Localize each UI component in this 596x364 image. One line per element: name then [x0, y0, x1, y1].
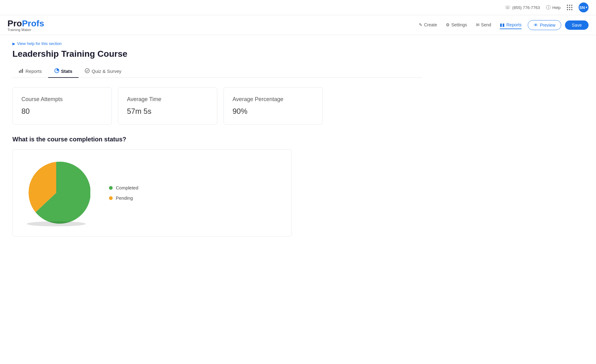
- tab-stats-icon: [54, 68, 59, 74]
- tab-quiz-icon: [85, 68, 90, 74]
- send-icon: ✉: [476, 22, 480, 27]
- avgtime-value: 57m 5s: [127, 107, 208, 116]
- pending-label: Pending: [116, 195, 133, 201]
- help-link[interactable]: ▶ View help for this section: [12, 41, 422, 46]
- user-avatar[interactable]: SN ▼: [579, 2, 589, 12]
- legend-pending: Pending: [109, 195, 138, 201]
- logo-profs: Profs: [22, 19, 44, 29]
- eye-icon: 👁: [534, 23, 538, 28]
- avgpct-label: Average Percentage: [233, 96, 314, 103]
- pie-chart: [22, 159, 90, 227]
- create-icon: ✎: [419, 22, 422, 27]
- sub-tabs: Reports Stats Quiz & Survey: [12, 65, 422, 78]
- nav-links: ✎ Create ⚙ Settings ✉ Send ▮▮ Reports: [419, 21, 522, 29]
- stat-card-attempts: Course Attempts 80: [12, 87, 112, 125]
- phone-number: (855) 776-7763: [512, 5, 540, 10]
- reports-icon: ▮▮: [500, 22, 505, 27]
- tab-stats[interactable]: Stats: [48, 65, 79, 78]
- phone-item[interactable]: ☏ (855) 776-7763: [505, 5, 540, 10]
- nav-create[interactable]: ✎ Create: [419, 21, 437, 29]
- logo[interactable]: Pro Profs Training Maker: [7, 19, 44, 32]
- tab-reports[interactable]: Reports: [12, 65, 48, 78]
- attempts-value: 80: [21, 107, 103, 116]
- tab-reports-label: Reports: [25, 69, 42, 74]
- nav-actions: 👁 Preview Save: [528, 20, 589, 30]
- tab-stats-label: Stats: [61, 69, 73, 74]
- help-label: Help: [552, 5, 561, 10]
- phone-icon: ☏: [505, 5, 511, 10]
- avatar-dropdown-icon: ▼: [585, 6, 588, 9]
- stat-card-avgtime: Average Time 57m 5s: [118, 87, 217, 125]
- tab-quiz[interactable]: Quiz & Survey: [79, 65, 128, 78]
- top-bar: ☏ (855) 776-7763 ⓘ Help SN ▼: [0, 0, 596, 15]
- preview-button[interactable]: 👁 Preview: [528, 20, 561, 30]
- chart-legend: Completed Pending: [109, 185, 138, 201]
- completed-label: Completed: [116, 185, 138, 190]
- main-nav: Pro Profs Training Maker ✎ Create ⚙ Sett…: [0, 15, 596, 35]
- apps-grid-icon[interactable]: [567, 5, 572, 10]
- logo-area: Pro Profs Training Maker: [7, 19, 419, 32]
- nav-settings[interactable]: ⚙ Settings: [446, 21, 467, 29]
- settings-icon: ⚙: [446, 22, 450, 27]
- help-item[interactable]: ⓘ Help: [546, 5, 561, 11]
- save-button[interactable]: Save: [565, 20, 589, 30]
- nav-reports[interactable]: ▮▮ Reports: [500, 21, 522, 29]
- help-link-text: View help for this section: [17, 41, 62, 46]
- completed-dot: [109, 186, 113, 190]
- avgtime-label: Average Time: [127, 96, 208, 103]
- stat-cards: Course Attempts 80 Average Time 57m 5s A…: [12, 87, 422, 125]
- chart-title: What is the course completion status?: [12, 136, 422, 143]
- logo-pro: Pro: [7, 19, 22, 29]
- svg-point-6: [27, 221, 86, 226]
- content-area: ▶ View help for this section Leadership …: [0, 35, 435, 249]
- page-title: Leadership Training Course: [12, 49, 422, 59]
- legend-completed: Completed: [109, 185, 138, 190]
- help-video-icon: ▶: [12, 42, 15, 46]
- nav-send[interactable]: ✉ Send: [476, 21, 491, 29]
- svg-rect-2: [22, 69, 23, 73]
- svg-rect-1: [20, 70, 21, 73]
- svg-point-5: [85, 69, 89, 73]
- help-icon: ⓘ: [546, 5, 551, 11]
- logo-subtitle: Training Maker: [7, 28, 31, 32]
- avgpct-value: 90%: [233, 107, 314, 116]
- attempts-label: Course Attempts: [21, 96, 103, 103]
- pending-dot: [109, 196, 113, 200]
- chart-card: Completed Pending: [12, 149, 292, 237]
- svg-rect-0: [19, 71, 20, 73]
- tab-reports-icon: [19, 68, 24, 74]
- stat-card-avgpct: Average Percentage 90%: [224, 87, 323, 125]
- tab-quiz-label: Quiz & Survey: [92, 69, 121, 74]
